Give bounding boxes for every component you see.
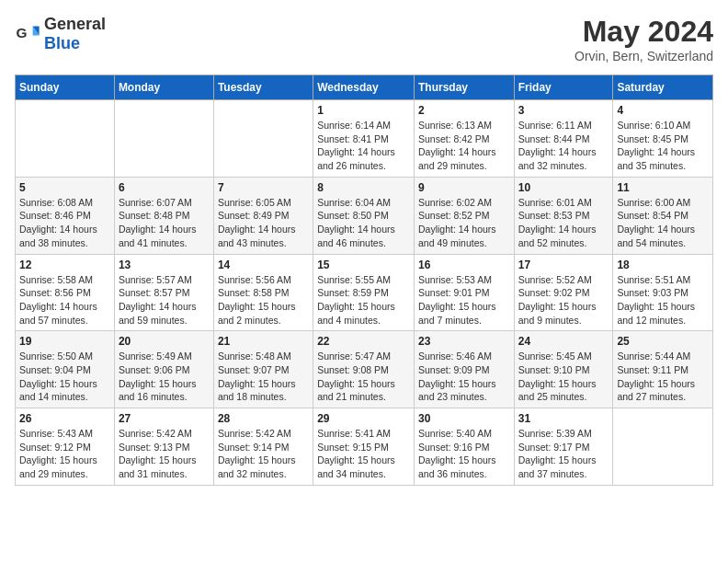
logo-blue: Blue (44, 34, 80, 52)
day-number: 6 (119, 181, 210, 194)
day-info: Sunrise: 6:11 AMSunset: 8:44 PMDaylight:… (518, 119, 609, 173)
day-info: Sunrise: 5:41 AMSunset: 9:15 PMDaylight:… (317, 427, 410, 481)
day-info: Sunrise: 5:49 AMSunset: 9:06 PMDaylight:… (119, 350, 210, 404)
logo-text: General Blue (44, 15, 106, 53)
calendar-cell: 29Sunrise: 5:41 AMSunset: 9:15 PMDayligh… (313, 408, 415, 486)
day-info: Sunrise: 6:13 AMSunset: 8:42 PMDaylight:… (418, 119, 510, 173)
day-info: Sunrise: 6:01 AMSunset: 8:53 PMDaylight:… (518, 196, 609, 250)
calendar-cell: 4Sunrise: 6:10 AMSunset: 8:45 PMDaylight… (613, 100, 713, 178)
calendar-cell: 14Sunrise: 5:56 AMSunset: 8:58 PMDayligh… (213, 254, 313, 331)
month-year: May 2024 (574, 15, 713, 49)
day-number: 26 (19, 412, 110, 425)
calendar-cell (613, 408, 713, 486)
day-number: 1 (317, 104, 410, 117)
calendar-cell: 10Sunrise: 6:01 AMSunset: 8:53 PMDayligh… (514, 177, 613, 254)
day-number: 25 (617, 335, 709, 348)
day-number: 14 (218, 259, 309, 271)
day-info: Sunrise: 6:07 AMSunset: 8:48 PMDaylight:… (119, 196, 210, 250)
day-info: Sunrise: 5:50 AMSunset: 9:04 PMDaylight:… (19, 350, 110, 404)
calendar-cell (213, 100, 313, 178)
day-number: 20 (119, 335, 210, 348)
day-number: 29 (317, 412, 410, 425)
day-number: 5 (19, 181, 110, 194)
day-info: Sunrise: 6:10 AMSunset: 8:45 PMDaylight:… (617, 119, 709, 173)
day-number: 19 (19, 335, 110, 348)
calendar-cell: 25Sunrise: 5:44 AMSunset: 9:11 PMDayligh… (613, 331, 713, 408)
calendar-cell (16, 100, 115, 178)
calendar-cell: 3Sunrise: 6:11 AMSunset: 8:44 PMDaylight… (514, 100, 613, 178)
day-info: Sunrise: 5:47 AMSunset: 9:08 PMDaylight:… (317, 350, 410, 404)
day-number: 23 (418, 335, 510, 348)
calendar-header: SundayMondayTuesdayWednesdayThursdayFrid… (16, 75, 713, 100)
day-info: Sunrise: 6:04 AMSunset: 8:50 PMDaylight:… (317, 196, 410, 250)
day-number: 9 (418, 181, 510, 194)
calendar-cell: 18Sunrise: 5:51 AMSunset: 9:03 PMDayligh… (613, 254, 713, 331)
calendar-cell (114, 100, 213, 178)
day-info: Sunrise: 5:56 AMSunset: 8:58 PMDaylight:… (218, 273, 309, 327)
day-number: 18 (617, 259, 709, 271)
day-number: 17 (518, 259, 609, 271)
calendar-cell: 23Sunrise: 5:46 AMSunset: 9:09 PMDayligh… (414, 331, 514, 408)
calendar-cell: 2Sunrise: 6:13 AMSunset: 8:42 PMDaylight… (414, 100, 514, 178)
calendar-cell: 30Sunrise: 5:40 AMSunset: 9:16 PMDayligh… (414, 408, 514, 486)
day-info: Sunrise: 5:42 AMSunset: 9:14 PMDaylight:… (218, 427, 309, 481)
calendar-cell: 31Sunrise: 5:39 AMSunset: 9:17 PMDayligh… (514, 408, 613, 486)
header-cell-saturday: Saturday (613, 75, 713, 100)
header-cell-sunday: Sunday (16, 75, 115, 100)
calendar-cell: 13Sunrise: 5:57 AMSunset: 8:57 PMDayligh… (114, 254, 213, 331)
calendar-cell: 6Sunrise: 6:07 AMSunset: 8:48 PMDaylight… (114, 177, 213, 254)
day-info: Sunrise: 5:58 AMSunset: 8:56 PMDaylight:… (19, 273, 110, 327)
day-number: 15 (317, 259, 410, 271)
header-cell-friday: Friday (514, 75, 613, 100)
calendar-cell: 12Sunrise: 5:58 AMSunset: 8:56 PMDayligh… (16, 254, 115, 331)
header-cell-monday: Monday (114, 75, 213, 100)
day-number: 16 (418, 259, 510, 271)
calendar-cell: 17Sunrise: 5:52 AMSunset: 9:02 PMDayligh… (514, 254, 613, 331)
day-info: Sunrise: 5:44 AMSunset: 9:11 PMDaylight:… (617, 350, 709, 404)
calendar-cell: 27Sunrise: 5:42 AMSunset: 9:13 PMDayligh… (114, 408, 213, 486)
header-cell-tuesday: Tuesday (213, 75, 313, 100)
day-number: 7 (218, 181, 309, 194)
day-info: Sunrise: 5:39 AMSunset: 9:17 PMDaylight:… (518, 427, 609, 481)
day-number: 24 (518, 335, 609, 348)
day-info: Sunrise: 5:57 AMSunset: 8:57 PMDaylight:… (119, 273, 210, 327)
calendar-table: SundayMondayTuesdayWednesdayThursdayFrid… (15, 75, 713, 486)
day-number: 31 (518, 412, 609, 425)
calendar-cell: 1Sunrise: 6:14 AMSunset: 8:41 PMDaylight… (313, 100, 415, 178)
day-info: Sunrise: 6:05 AMSunset: 8:49 PMDaylight:… (218, 196, 309, 250)
day-info: Sunrise: 5:42 AMSunset: 9:13 PMDaylight:… (119, 427, 210, 481)
week-row-2: 12Sunrise: 5:58 AMSunset: 8:56 PMDayligh… (16, 254, 713, 331)
calendar-cell: 20Sunrise: 5:49 AMSunset: 9:06 PMDayligh… (114, 331, 213, 408)
day-number: 28 (218, 412, 309, 425)
calendar-cell: 21Sunrise: 5:48 AMSunset: 9:07 PMDayligh… (213, 331, 313, 408)
week-row-0: 1Sunrise: 6:14 AMSunset: 8:41 PMDaylight… (16, 100, 713, 178)
day-info: Sunrise: 5:48 AMSunset: 9:07 PMDaylight:… (218, 350, 309, 404)
calendar-cell: 7Sunrise: 6:05 AMSunset: 8:49 PMDaylight… (213, 177, 313, 254)
calendar-cell: 5Sunrise: 6:08 AMSunset: 8:46 PMDaylight… (16, 177, 115, 254)
day-number: 2 (418, 104, 510, 117)
day-info: Sunrise: 5:52 AMSunset: 9:02 PMDaylight:… (518, 273, 609, 327)
day-info: Sunrise: 6:02 AMSunset: 8:52 PMDaylight:… (418, 196, 510, 250)
calendar-cell: 24Sunrise: 5:45 AMSunset: 9:10 PMDayligh… (514, 331, 613, 408)
day-info: Sunrise: 5:51 AMSunset: 9:03 PMDaylight:… (617, 273, 709, 327)
day-info: Sunrise: 6:08 AMSunset: 8:46 PMDaylight:… (19, 196, 110, 250)
day-number: 4 (617, 104, 709, 117)
location: Orvin, Bern, Switzerland (574, 49, 713, 63)
day-number: 11 (617, 181, 709, 194)
day-number: 22 (317, 335, 410, 348)
header-cell-wednesday: Wednesday (313, 75, 415, 100)
day-number: 8 (317, 181, 410, 194)
calendar-cell: 11Sunrise: 6:00 AMSunset: 8:54 PMDayligh… (613, 177, 713, 254)
calendar-cell: 9Sunrise: 6:02 AMSunset: 8:52 PMDaylight… (414, 177, 514, 254)
calendar-body: 1Sunrise: 6:14 AMSunset: 8:41 PMDaylight… (16, 100, 713, 486)
calendar-cell: 16Sunrise: 5:53 AMSunset: 9:01 PMDayligh… (414, 254, 514, 331)
day-number: 13 (119, 259, 210, 271)
day-info: Sunrise: 5:55 AMSunset: 8:59 PMDaylight:… (317, 273, 410, 327)
calendar-cell: 19Sunrise: 5:50 AMSunset: 9:04 PMDayligh… (16, 331, 115, 408)
calendar-cell: 26Sunrise: 5:43 AMSunset: 9:12 PMDayligh… (16, 408, 115, 486)
calendar-cell: 15Sunrise: 5:55 AMSunset: 8:59 PMDayligh… (313, 254, 415, 331)
day-info: Sunrise: 5:43 AMSunset: 9:12 PMDaylight:… (19, 427, 110, 481)
day-number: 27 (119, 412, 210, 425)
svg-text:G: G (16, 25, 27, 40)
week-row-1: 5Sunrise: 6:08 AMSunset: 8:46 PMDaylight… (16, 177, 713, 254)
